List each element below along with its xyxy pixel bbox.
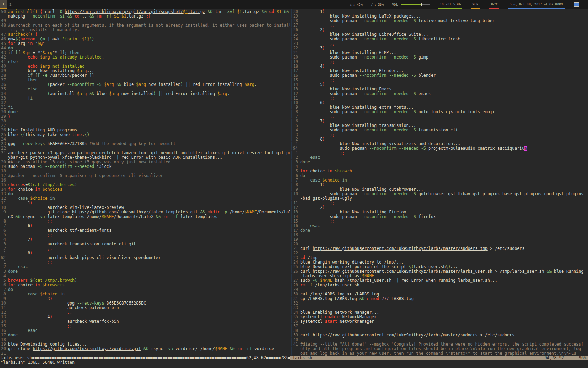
window-separator[interactable]: | [290, 178, 293, 183]
code-token [8, 328, 28, 333]
window-separator[interactable]: | [290, 87, 293, 91]
window-separator[interactable]: | [290, 91, 293, 96]
window-separator[interactable]: | [290, 73, 293, 78]
window-separator[interactable]: | [290, 274, 293, 278]
window-separator[interactable]: | [290, 142, 293, 146]
window-separator[interactable]: | [290, 233, 293, 237]
window-separator[interactable]: | [290, 114, 293, 119]
window-separator[interactable]: | [290, 128, 293, 132]
window-separator[interactable]: | [290, 338, 293, 342]
systray-monitor-icon[interactable] [574, 2, 579, 7]
volume-slider[interactable] [401, 3, 430, 6]
window-separator[interactable]: | [290, 96, 293, 101]
window-separator[interactable]: | [290, 265, 293, 269]
window-separator[interactable]: | [290, 69, 293, 73]
window-separator[interactable]: | [290, 328, 293, 333]
window-separator[interactable]: | [290, 324, 293, 328]
window-separator[interactable]: | [290, 201, 293, 205]
window-separator[interactable]: | [290, 164, 293, 169]
window-separator[interactable]: | [290, 301, 293, 306]
window-separator[interactable]: | [290, 110, 293, 114]
code-token [8, 246, 48, 251]
code-token: && [284, 9, 289, 14]
code-token: $arg [43, 50, 52, 55]
window-separator[interactable]: | [290, 64, 293, 69]
window-separator[interactable]: | [290, 28, 293, 32]
workspace-tag-2[interactable]: 2 [7, 0, 14, 9]
window-separator[interactable]: | [290, 78, 293, 82]
window-separator[interactable]: | [290, 41, 293, 46]
window-separator[interactable]: | [290, 315, 293, 319]
window-separator[interactable]: | [290, 37, 293, 41]
window-separator[interactable]: | [290, 278, 293, 283]
window-separator[interactable]: | [290, 292, 293, 297]
window-separator[interactable]: | [290, 210, 293, 214]
window-separator[interactable]: | [290, 287, 293, 292]
code-token: ... [450, 265, 458, 269]
window-separator[interactable]: | [290, 169, 293, 173]
window-separator[interactable]: | [290, 119, 293, 123]
window-separator[interactable]: | [290, 82, 293, 87]
window-separator[interactable]: | [290, 219, 293, 224]
vim-pane-right[interactable]: |30 1)|29 blue Now installing LaTeX pack… [290, 9, 588, 356]
window-separator[interactable]: | [290, 224, 293, 228]
code-token: ) [322, 9, 325, 14]
window-separator[interactable]: | [290, 242, 293, 246]
code-token: aurcheck vim-live-latex-preview [8, 205, 124, 210]
window-separator[interactable]: | [290, 260, 293, 265]
window-separator[interactable]: | [290, 319, 293, 324]
code-row: 36 (packer --noconfirm -S $arg && blue $… [1, 82, 290, 87]
code-row: |5for choice in $browch [290, 169, 588, 173]
window-separator[interactable]: | [290, 347, 293, 351]
code-token: 7 [300, 119, 322, 123]
window-separator[interactable]: | [290, 192, 293, 196]
window-separator[interactable]: | [290, 160, 293, 164]
window-separator[interactable]: | [290, 32, 293, 37]
line-number: 46 [1, 37, 6, 41]
vim-pane-left[interactable]: 50aurinstall() { curl -O https://aur.arc… [0, 9, 290, 356]
window-separator[interactable]: | [290, 151, 293, 155]
window-separator[interactable]: | [290, 205, 293, 210]
window-separator[interactable]: | [290, 60, 293, 64]
window-separator[interactable]: | [290, 46, 293, 50]
window-separator[interactable]: | [290, 310, 293, 315]
window-separator[interactable]: | [290, 237, 293, 242]
window-separator[interactable]: | [290, 187, 293, 192]
window-separator[interactable]: | [290, 306, 293, 310]
window-separator[interactable]: | [290, 255, 293, 260]
line-number: 10 [293, 101, 298, 105]
window-separator[interactable]: | [290, 14, 293, 19]
window-separator[interactable]: | [290, 183, 293, 187]
window-separator[interactable]: | [290, 251, 293, 255]
window-separator[interactable]: | [290, 214, 293, 219]
window-separator[interactable]: | [290, 283, 293, 287]
window-separator[interactable]: | [290, 228, 293, 233]
window-separator[interactable]: | [290, 173, 293, 178]
window-separator[interactable]: | [290, 196, 293, 201]
window-separator[interactable]: | [290, 55, 293, 60]
window-separator[interactable]: | [290, 9, 293, 14]
window-separator[interactable]: | [290, 351, 293, 356]
bar-module-volume: VOL [392, 0, 429, 9]
line-number: 19 [293, 60, 298, 64]
window-separator[interactable]: | [290, 101, 293, 105]
window-separator[interactable]: | [290, 342, 293, 347]
window-separator[interactable]: | [290, 137, 293, 142]
window-separator[interactable]: | [290, 123, 293, 128]
window-separator[interactable]: | [290, 246, 293, 251]
window-separator[interactable]: | [290, 23, 293, 28]
window-separator[interactable]: | [290, 50, 293, 55]
window-separator[interactable]: | [290, 132, 293, 137]
code-token: voidrice [252, 347, 274, 351]
window-separator[interactable]: | [290, 105, 293, 110]
workspace-tag-1[interactable]: 1 [0, 0, 7, 9]
window-separator[interactable]: | [290, 269, 293, 274]
code-token: done [8, 333, 18, 338]
window-separator[interactable]: | [290, 155, 293, 160]
window-separator[interactable]: | [290, 146, 293, 151]
window-separator[interactable]: | [290, 333, 293, 338]
code-token: blue [8, 132, 20, 137]
code-token: -e [43, 73, 48, 78]
window-separator[interactable]: | [290, 297, 293, 301]
window-separator[interactable]: | [290, 19, 293, 23]
